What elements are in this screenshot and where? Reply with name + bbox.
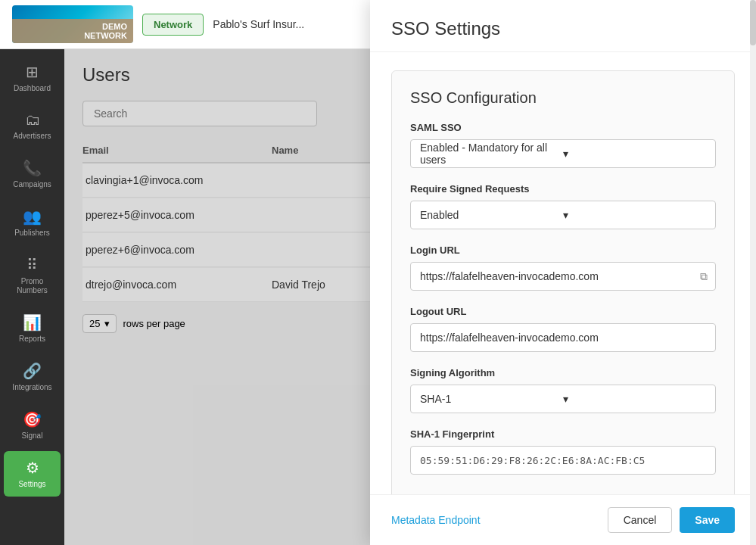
sidebar-item-settings[interactable]: ⚙ Settings bbox=[4, 451, 61, 497]
require-signed-requests-select[interactable]: Enabled ▾ bbox=[410, 201, 716, 229]
sidebar-label-reports: Reports bbox=[19, 335, 45, 344]
logout-url-wrapper bbox=[410, 323, 716, 352]
login-url-wrapper: ⧉ bbox=[410, 262, 716, 291]
chevron-down-icon: ▾ bbox=[563, 148, 706, 160]
sha1-fingerprint-input[interactable] bbox=[410, 446, 716, 475]
sidebar-label-signal: Signal bbox=[22, 431, 43, 441]
login-url-label: Login URL bbox=[410, 244, 716, 256]
saml-sso-label: SAML SSO bbox=[410, 122, 716, 133]
logo: DEMONETWORK bbox=[12, 5, 133, 43]
save-button[interactable]: Save bbox=[680, 507, 735, 533]
config-card: SSO Configuration SAML SSO Enabled - Man… bbox=[391, 70, 735, 494]
saml-sso-select[interactable]: Enabled - Mandatory for all users ▾ bbox=[410, 139, 716, 168]
settings-icon: ⚙ bbox=[26, 459, 39, 477]
logout-url-field: Logout URL bbox=[410, 306, 716, 352]
sidebar-item-reports[interactable]: 📊 Reports bbox=[4, 306, 61, 351]
require-signed-requests-label: Require Signed Requests bbox=[410, 183, 716, 195]
sidebar: ⊞ Dashboard 🗂 Advertisers 📞 Campaigns 👥 … bbox=[0, 49, 64, 545]
chevron-down-icon: ▾ bbox=[563, 209, 706, 221]
signal-icon: 🎯 bbox=[23, 410, 42, 428]
sidebar-item-signal[interactable]: 🎯 Signal bbox=[4, 403, 61, 448]
campaigns-icon: 📞 bbox=[23, 159, 42, 177]
sidebar-item-advertisers[interactable]: 🗂 Advertisers bbox=[4, 104, 61, 148]
advertisers-icon: 🗂 bbox=[25, 111, 40, 129]
sidebar-item-promo-numbers[interactable]: ⠿ Promo Numbers bbox=[4, 248, 61, 303]
network-badge[interactable]: Network bbox=[142, 14, 204, 36]
logo-text: DEMONETWORK bbox=[12, 19, 133, 43]
logout-url-input[interactable] bbox=[411, 332, 715, 344]
scrollbar-thumb[interactable] bbox=[750, 0, 756, 45]
sidebar-label-integrations: Integrations bbox=[12, 383, 51, 392]
org-name: Pablo's Surf Insur... bbox=[213, 18, 304, 30]
sidebar-item-dashboard[interactable]: ⊞ Dashboard bbox=[4, 55, 61, 101]
sidebar-item-campaigns[interactable]: 📞 Campaigns bbox=[4, 151, 61, 197]
chevron-down-icon: ▾ bbox=[563, 393, 706, 405]
cancel-button[interactable]: Cancel bbox=[608, 507, 673, 533]
saml-sso-value: Enabled - Mandatory for all users bbox=[420, 142, 563, 166]
require-signed-requests-value: Enabled bbox=[420, 209, 563, 221]
scrollbar-track[interactable] bbox=[750, 0, 756, 545]
panel-title: SSO Settings bbox=[391, 18, 735, 39]
saml-sso-field: SAML SSO Enabled - Mandatory for all use… bbox=[410, 122, 716, 168]
copy-icon[interactable]: ⧉ bbox=[692, 270, 715, 283]
config-title: SSO Configuration bbox=[410, 89, 716, 107]
sidebar-label-publishers: Publishers bbox=[14, 229, 50, 238]
signing-algorithm-value: SHA-1 bbox=[420, 393, 563, 405]
signing-algorithm-label: Signing Algorithm bbox=[410, 367, 716, 378]
promo-numbers-icon: ⠿ bbox=[26, 256, 38, 274]
signing-algorithm-select[interactable]: SHA-1 ▾ bbox=[410, 385, 716, 413]
sidebar-label-campaigns: Campaigns bbox=[13, 180, 51, 189]
sidebar-item-publishers[interactable]: 👥 Publishers bbox=[4, 200, 61, 245]
panel-header: SSO Settings bbox=[370, 0, 756, 52]
logout-url-label: Logout URL bbox=[410, 306, 716, 317]
sso-panel: SSO Settings SSO Configuration SAML SSO … bbox=[370, 0, 756, 545]
sidebar-item-integrations[interactable]: 🔗 Integrations bbox=[4, 354, 61, 400]
login-url-input[interactable] bbox=[411, 270, 692, 282]
sha1-fingerprint-label: SHA-1 Fingerprint bbox=[410, 428, 716, 440]
signing-algorithm-field: Signing Algorithm SHA-1 ▾ bbox=[410, 367, 716, 413]
sidebar-label-dashboard: Dashboard bbox=[14, 84, 51, 93]
sha1-fingerprint-field: SHA-1 Fingerprint bbox=[410, 428, 716, 475]
panel-body: SSO Configuration SAML SSO Enabled - Man… bbox=[370, 52, 756, 494]
publishers-icon: 👥 bbox=[23, 207, 42, 226]
require-signed-requests-field: Require Signed Requests Enabled ▾ bbox=[410, 183, 716, 229]
integrations-icon: 🔗 bbox=[23, 362, 42, 380]
footer-buttons: Cancel Save bbox=[608, 507, 735, 533]
panel-footer: Metadata Endpoint Cancel Save bbox=[370, 494, 756, 545]
sidebar-label-promo-numbers: Promo Numbers bbox=[7, 277, 58, 295]
sidebar-label-advertisers: Advertisers bbox=[13, 132, 51, 141]
reports-icon: 📊 bbox=[23, 313, 42, 332]
sidebar-label-settings: Settings bbox=[18, 480, 45, 489]
dashboard-icon: ⊞ bbox=[26, 63, 39, 81]
metadata-endpoint-link[interactable]: Metadata Endpoint bbox=[391, 514, 481, 526]
login-url-field: Login URL ⧉ bbox=[410, 244, 716, 291]
